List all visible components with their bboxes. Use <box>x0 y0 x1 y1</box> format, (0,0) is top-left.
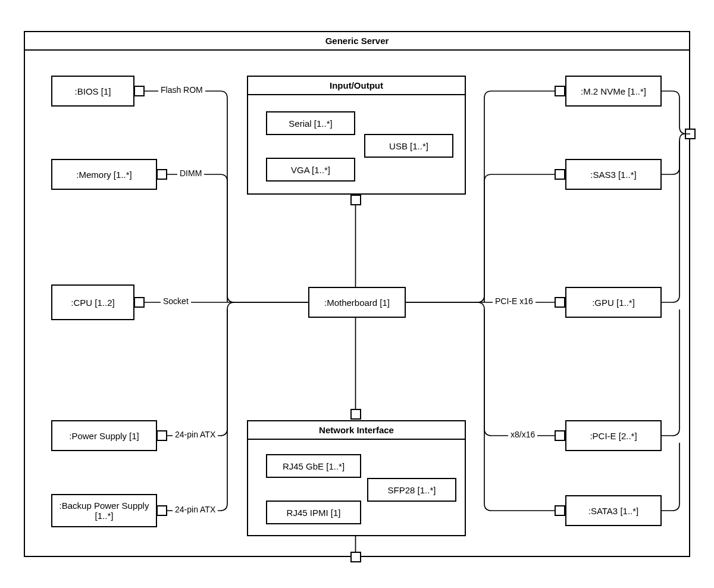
port-m2-nvme <box>555 86 565 96</box>
node-pcie: :PCI-E [2..*] <box>565 420 662 451</box>
edge-label-atx-2: 24-pin ATX <box>173 505 218 514</box>
net-sfp28: SFP28 [1..*] <box>367 478 456 502</box>
port-backup-power-supply <box>156 505 167 516</box>
port-frame-right <box>685 129 696 139</box>
net-rj45-ipmi: RJ45 IPMI [1] <box>266 501 361 524</box>
node-memory: :Memory [1..*] <box>51 159 157 190</box>
node-sata3: :SATA3 [1..*] <box>565 495 662 526</box>
edge-label-pcie-x16: PCI-E x16 <box>493 296 536 306</box>
node-motherboard: :Motherboard [1] <box>308 287 406 318</box>
group-net-title: Network Interface <box>248 421 465 440</box>
port-bios <box>134 86 145 96</box>
port-cpu <box>134 297 145 308</box>
node-cpu: :CPU [1..2] <box>51 284 134 320</box>
port-io-bottom <box>350 195 361 205</box>
port-gpu <box>555 297 565 308</box>
port-motherboard-bottom <box>350 409 361 420</box>
port-sata3 <box>555 505 565 516</box>
node-bios: :BIOS [1] <box>51 76 134 107</box>
group-io-title: Input/Output <box>248 77 465 95</box>
node-gpu: :GPU [1..*] <box>565 287 662 318</box>
node-sas3: :SAS3 [1..*] <box>565 159 662 190</box>
net-rj45-gbe: RJ45 GbE [1..*] <box>266 454 361 478</box>
edge-label-dimm: DIMM <box>177 168 204 178</box>
frame-title: Generic Server <box>25 32 689 51</box>
edge-label-socket: Socket <box>161 296 191 306</box>
port-net-bottom <box>350 552 361 562</box>
io-serial: Serial [1..*] <box>266 111 355 135</box>
edge-label-atx-1: 24-pin ATX <box>173 430 218 439</box>
port-pcie <box>555 430 565 441</box>
port-power-supply <box>156 430 167 441</box>
edge-label-flash-rom: Flash ROM <box>158 85 205 95</box>
port-sas3 <box>555 169 565 180</box>
node-power-supply: :Power Supply [1] <box>51 420 157 451</box>
io-usb: USB [1..*] <box>364 134 453 158</box>
group-input-output: Input/Output Serial [1..*] USB [1..*] VG… <box>247 76 466 195</box>
edge-label-x8x16: x8/x16 <box>508 430 537 439</box>
group-network-interface: Network Interface RJ45 GbE [1..*] SFP28 … <box>247 420 466 536</box>
port-memory <box>156 169 167 180</box>
node-m2-nvme: :M.2 NVMe [1..*] <box>565 76 662 107</box>
node-backup-power-supply: :Backup Power Supply [1..*] <box>51 494 157 527</box>
io-vga: VGA [1..*] <box>266 158 355 182</box>
